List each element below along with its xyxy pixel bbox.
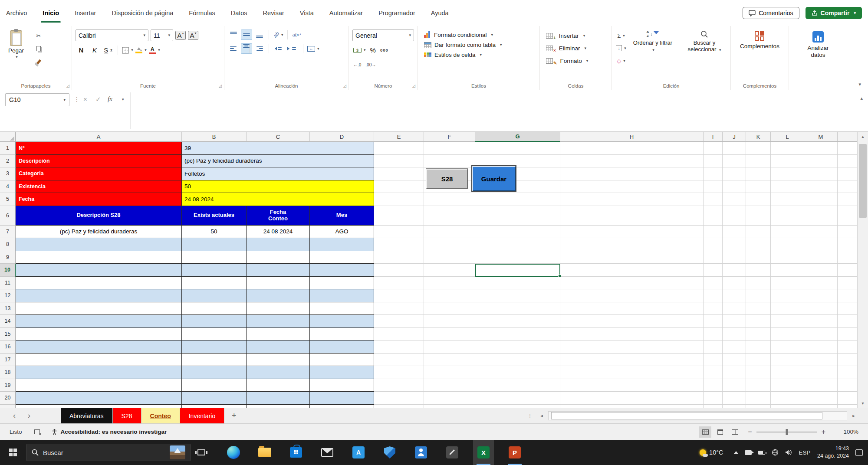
row-header-13[interactable]: 13 — [0, 302, 16, 315]
cell-B4[interactable]: 50 — [182, 180, 374, 193]
cell-J5[interactable] — [723, 193, 746, 206]
cell-N2[interactable] — [838, 155, 857, 168]
cell-B15[interactable] — [182, 328, 247, 341]
cell-N18[interactable] — [838, 366, 857, 379]
cell-K3[interactable] — [746, 167, 771, 180]
scroll-down-icon[interactable]: ▾ — [858, 401, 868, 406]
cell-A10[interactable] — [16, 264, 182, 277]
cell-F15[interactable] — [424, 328, 475, 341]
row-header-14[interactable]: 14 — [0, 315, 16, 328]
cell-A11[interactable] — [16, 277, 182, 290]
cell-J9[interactable] — [723, 251, 746, 264]
row-header-2[interactable]: 2 — [0, 155, 16, 168]
cell-A9[interactable] — [16, 251, 182, 264]
row-header-21[interactable]: 21 — [0, 405, 16, 408]
cell-H4[interactable] — [560, 180, 704, 193]
column-header-F[interactable]: F — [424, 132, 475, 142]
name-box[interactable]: G10 ▾ — [5, 93, 69, 106]
cell-K16[interactable] — [746, 341, 771, 354]
cell-I9[interactable] — [704, 251, 723, 264]
cell-B3[interactable]: Folletos — [182, 167, 374, 180]
paste-button[interactable]: Pegar ▾ — [3, 29, 29, 59]
cell-J2[interactable] — [723, 155, 746, 168]
cell-F1[interactable] — [424, 142, 475, 155]
cell-I16[interactable] — [704, 341, 723, 354]
cell-H18[interactable] — [560, 366, 704, 379]
cell-I21[interactable] — [704, 405, 723, 408]
cell-D6[interactable]: Mes — [310, 206, 374, 226]
cell-B18[interactable] — [182, 366, 247, 379]
cell-M19[interactable] — [804, 379, 838, 392]
cell-C19[interactable] — [247, 379, 310, 392]
cell-H1[interactable] — [560, 142, 704, 155]
cell-N17[interactable] — [838, 354, 857, 367]
cell-H17[interactable] — [560, 354, 704, 367]
cell-H14[interactable] — [560, 315, 704, 328]
cell-F5[interactable] — [424, 193, 475, 206]
row-header-17[interactable]: 17 — [0, 354, 16, 367]
ribbon-tab-archivo[interactable]: Archivo — [6, 0, 27, 26]
select-all-corner[interactable] — [0, 132, 16, 142]
cell-D21[interactable] — [310, 405, 374, 408]
ribbon-tab-revisar[interactable]: Revisar — [263, 0, 284, 26]
cell-A14[interactable] — [16, 315, 182, 328]
cell-C20[interactable] — [247, 392, 310, 405]
macro-record-icon[interactable] — [34, 429, 40, 434]
sort-filter-button[interactable]: AZ ↓ Ordenar y filtrar ▾ — [629, 29, 676, 66]
next-sheet-icon[interactable]: › — [22, 408, 36, 423]
cell-D14[interactable] — [310, 315, 374, 328]
cell-F10[interactable] — [424, 264, 475, 277]
row-header-8[interactable]: 8 — [0, 238, 16, 251]
clock[interactable]: 19:43 24 ago. 2024 — [817, 445, 849, 460]
cell-J14[interactable] — [723, 315, 746, 328]
row-header-7[interactable]: 7 — [0, 226, 16, 239]
cell-A2[interactable]: Descripción — [16, 155, 182, 168]
cell-D12[interactable] — [310, 289, 374, 302]
cell-L16[interactable] — [771, 341, 804, 354]
vertical-scrollbar[interactable]: ▴ ▾ — [857, 132, 868, 408]
meet-now-icon[interactable] — [745, 450, 752, 455]
page-break-view-button[interactable] — [729, 426, 741, 438]
cell-J6[interactable] — [723, 206, 746, 226]
cell-M17[interactable] — [804, 354, 838, 367]
cell-H19[interactable] — [560, 379, 704, 392]
cell-N10[interactable] — [838, 264, 857, 277]
cell-B20[interactable] — [182, 392, 247, 405]
cell-M9[interactable] — [804, 251, 838, 264]
cell-L3[interactable] — [771, 167, 804, 180]
row-header-18[interactable]: 18 — [0, 366, 16, 379]
ribbon-tab-vista[interactable]: Vista — [300, 0, 314, 26]
column-header-I[interactable]: I — [704, 132, 723, 142]
cell-I4[interactable] — [704, 180, 723, 193]
cell-I12[interactable] — [704, 289, 723, 302]
font-color-button[interactable]: A ▾ — [149, 44, 160, 56]
cell-L11[interactable] — [771, 277, 804, 290]
comments-button[interactable]: Comentarios — [743, 7, 799, 19]
cell-K18[interactable] — [746, 366, 771, 379]
increase-decimal-button[interactable]: ←.0 — [353, 59, 361, 71]
cell-G12[interactable] — [475, 289, 560, 302]
cell-G20[interactable] — [475, 392, 560, 405]
cell-C6[interactable]: Fecha Conteo — [247, 206, 310, 226]
share-button[interactable]: Compartir ▾ — [806, 7, 862, 19]
underline-button[interactable]: S▾ — [102, 44, 114, 56]
cell-N7[interactable] — [838, 226, 857, 239]
language-indicator[interactable]: ESP — [799, 449, 811, 456]
cell-D19[interactable] — [310, 379, 374, 392]
ribbon-tab-disposicion-de-pagina[interactable]: Disposición de página — [112, 0, 173, 26]
cell-F2[interactable] — [424, 155, 475, 168]
page-layout-view-button[interactable] — [714, 426, 726, 438]
font-name-select[interactable]: Calibri ▾ — [76, 29, 148, 41]
confirm-entry-button[interactable]: ✓ — [95, 95, 101, 103]
cell-N12[interactable] — [838, 289, 857, 302]
ribbon-tab-datos[interactable]: Datos — [231, 0, 247, 26]
cell-F9[interactable] — [424, 251, 475, 264]
cell-M10[interactable] — [804, 264, 838, 277]
cell-L1[interactable] — [771, 142, 804, 155]
cell-G18[interactable] — [475, 366, 560, 379]
italic-button[interactable]: K — [89, 44, 100, 56]
cell-N9[interactable] — [838, 251, 857, 264]
cell-A12[interactable] — [16, 289, 182, 302]
cell-K21[interactable] — [746, 405, 771, 408]
cell-F12[interactable] — [424, 289, 475, 302]
